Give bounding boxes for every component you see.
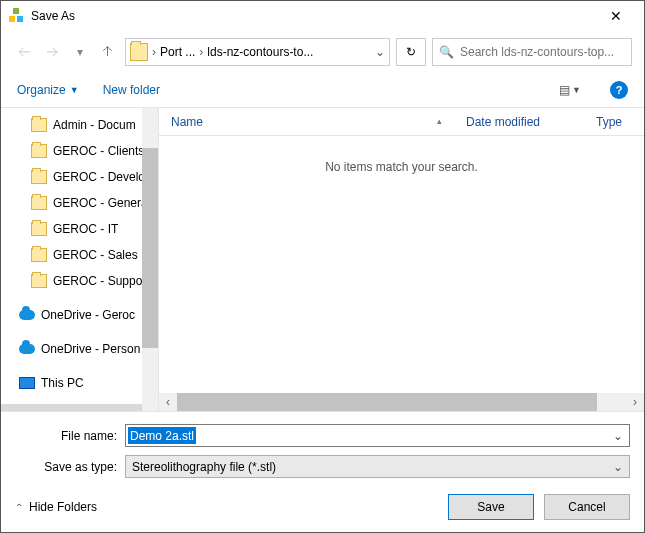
chevron-down-icon[interactable]: ▾ <box>69 41 91 63</box>
onedrive-icon <box>19 344 35 354</box>
toolbar: Organize ▼ New folder ▤ ▼ ? <box>1 73 644 107</box>
scrollbar-thumb[interactable] <box>177 393 597 411</box>
tree-item[interactable]: GEROC - Develo <box>1 164 158 190</box>
onedrive-icon <box>19 310 35 320</box>
pc-icon <box>19 377 35 389</box>
tree-item[interactable]: Network <box>1 404 158 411</box>
column-name[interactable]: Name ▴ <box>159 115 454 129</box>
chevron-down-icon[interactable]: ⌄ <box>607 429 629 443</box>
chevron-down-icon: ⌄ <box>613 460 623 474</box>
file-list-empty: No items match your search. <box>159 136 644 393</box>
folder-icon <box>31 248 47 262</box>
tree-item[interactable]: This PC <box>1 370 158 396</box>
cancel-button[interactable]: Cancel <box>544 494 630 520</box>
tree-item-label: GEROC - Develo <box>53 170 145 184</box>
window-title: Save As <box>31 9 596 23</box>
chevron-right-icon: › <box>152 45 156 59</box>
tree-item-label: Admin - Docum <box>53 118 136 132</box>
address-dropdown-icon[interactable]: ⌄ <box>375 45 385 59</box>
scrollbar-thumb[interactable] <box>142 148 158 348</box>
tree-item-label: OneDrive - Person <box>41 342 140 356</box>
tree-item-label: GEROC - Sales <box>53 248 138 262</box>
column-headers: Name ▴ Date modified Type <box>159 108 644 136</box>
close-button[interactable]: ✕ <box>596 8 636 24</box>
back-button[interactable]: 🡠 <box>13 41 35 63</box>
tree-pane: Admin - DocumGEROC - ClientsGEROC - Deve… <box>1 108 159 411</box>
savetype-value: Stereolithography file (*.stl) <box>132 460 276 474</box>
folder-icon <box>31 144 47 158</box>
tree-item[interactable]: GEROC - Suppor <box>1 268 158 294</box>
filename-input[interactable]: Demo 2a.stl ⌄ <box>125 424 630 447</box>
tree-item[interactable]: OneDrive - Person <box>1 336 158 362</box>
savetype-select[interactable]: Stereolithography file (*.stl) ⌄ <box>125 455 630 478</box>
column-date[interactable]: Date modified <box>454 115 584 129</box>
save-button[interactable]: Save <box>448 494 534 520</box>
address-bar[interactable]: › Port ... › lds-nz-contours-to... ⌄ <box>125 38 390 66</box>
column-type[interactable]: Type <box>584 115 644 129</box>
tree-item-label: OneDrive - Geroc <box>41 308 135 322</box>
tree-item[interactable]: GEROC - Clients <box>1 138 158 164</box>
save-form: File name: Demo 2a.stl ⌄ Save as type: S… <box>1 411 644 484</box>
tree-list[interactable]: Admin - DocumGEROC - ClientsGEROC - Deve… <box>1 108 158 411</box>
search-box[interactable]: 🔍 <box>432 38 632 66</box>
sort-asc-icon: ▴ <box>437 116 442 126</box>
action-row: ⌃ Hide Folders Save Cancel <box>1 484 644 532</box>
folder-icon <box>31 170 47 184</box>
filename-label: File name: <box>15 429 117 443</box>
filename-value: Demo 2a.stl <box>128 427 196 444</box>
scroll-left-icon[interactable]: ‹ <box>159 395 177 409</box>
folder-icon <box>130 43 148 61</box>
search-icon: 🔍 <box>439 45 454 59</box>
search-input[interactable] <box>460 45 625 59</box>
folder-icon <box>31 196 47 210</box>
tree-item-label: This PC <box>41 376 84 390</box>
hide-folders-label: Hide Folders <box>29 500 97 514</box>
tree-item[interactable]: OneDrive - Geroc <box>1 302 158 328</box>
organize-label: Organize <box>17 83 66 97</box>
up-button[interactable]: 🡡 <box>97 41 119 63</box>
chevron-up-icon: ⌃ <box>15 502 23 513</box>
tree-item-label: GEROC - Genera <box>53 196 148 210</box>
tree-scrollbar[interactable] <box>142 108 158 411</box>
folder-icon <box>31 222 47 236</box>
savetype-label: Save as type: <box>15 460 117 474</box>
tree-item[interactable]: Admin - Docum <box>1 112 158 138</box>
horizontal-scrollbar[interactable]: ‹ › <box>159 393 644 411</box>
breadcrumb-1[interactable]: Port ... <box>160 45 195 59</box>
filename-row: File name: Demo 2a.stl ⌄ <box>15 424 630 447</box>
file-pane: Name ▴ Date modified Type No items match… <box>159 108 644 411</box>
new-folder-button[interactable]: New folder <box>103 83 160 97</box>
organize-button[interactable]: Organize ▼ <box>17 83 79 97</box>
tree-item-label: GEROC - Clients <box>53 144 144 158</box>
main-area: Admin - DocumGEROC - ClientsGEROC - Deve… <box>1 108 644 411</box>
tree-item[interactable]: GEROC - Genera <box>1 190 158 216</box>
savetype-row: Save as type: Stereolithography file (*.… <box>15 455 630 478</box>
chevron-right-icon: › <box>199 45 203 59</box>
column-name-label: Name <box>171 115 203 129</box>
tree-item-label: Network <box>41 410 85 411</box>
tree-item[interactable]: GEROC - Sales <box>1 242 158 268</box>
app-icon <box>9 8 25 24</box>
help-button[interactable]: ? <box>610 81 628 99</box>
tree-item-label: GEROC - IT <box>53 222 118 236</box>
chevron-down-icon: ▼ <box>572 85 581 95</box>
tree-item[interactable]: GEROC - IT <box>1 216 158 242</box>
refresh-button[interactable]: ↻ <box>396 38 426 66</box>
view-button[interactable]: ▤ ▼ <box>554 80 586 100</box>
forward-button: 🡢 <box>41 41 63 63</box>
folder-icon <box>31 274 47 288</box>
folder-icon <box>31 118 47 132</box>
tree-item-label: GEROC - Suppor <box>53 274 146 288</box>
nav-row: 🡠 🡢 ▾ 🡡 › Port ... › lds-nz-contours-to.… <box>1 31 644 73</box>
hide-folders-button[interactable]: ⌃ Hide Folders <box>15 500 97 514</box>
breadcrumb-2[interactable]: lds-nz-contours-to... <box>207 45 313 59</box>
view-icon: ▤ <box>559 83 570 97</box>
titlebar: Save As ✕ <box>1 1 644 31</box>
scroll-right-icon[interactable]: › <box>626 395 644 409</box>
chevron-down-icon: ▼ <box>70 85 79 95</box>
scroll-track[interactable] <box>177 393 626 411</box>
